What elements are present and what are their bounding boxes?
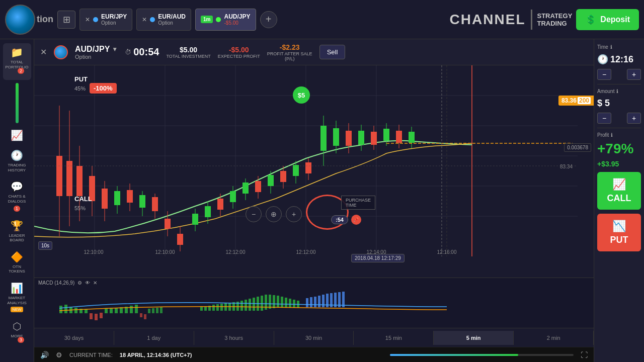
negative-100-badge: -100% [90,83,117,94]
zoom-in-button[interactable]: + [286,206,302,222]
svg-rect-15 [66,161,72,196]
brand-text: tion [37,14,53,25]
call-button[interactable]: 📈 CALL [597,172,641,210]
timestamp-badge: 2018.04.18 12:17:29 [351,254,405,262]
deposit-button[interactable]: 💲 Deposit [576,9,639,30]
svg-rect-83 [74,308,77,313]
add-tab-button[interactable]: + [260,11,277,28]
sidebar-item-portfolio[interactable]: 📁 TOTALPORTFOLIO 2 [3,43,31,80]
rp-amount-minus[interactable]: − [597,113,611,124]
svg-rect-47 [268,175,274,186]
time-2min[interactable]: 2 min [514,331,594,345]
sidebar-item-more[interactable]: ⬡ MORE 3 [3,317,31,349]
tab-eur-aud[interactable]: ✕ EUR/AUD Option [136,9,191,31]
time-30min[interactable]: 30 min [274,331,354,345]
volume-icon[interactable]: 🔊 [40,351,49,359]
svg-rect-21 [102,189,108,209]
svg-rect-119 [269,295,271,309]
chart-header: ✕ AUD/JPY ▼ Option ⏱ 00:54 $5.00 TOTAL I… [34,39,594,65]
rp-time-plus[interactable]: + [627,69,641,80]
total-investment-value: $5.00 [180,46,197,54]
progress-fill [390,354,519,356]
put-button[interactable]: 📉 PUT [597,214,641,251]
leaderboard-icon: 🏆 [11,220,23,232]
total-investment-group: $5.00 TOTAL INVESTMENT [166,46,210,59]
main-layout: 📁 TOTALPORTFOLIO 2 📈 🕐 TRADINGHISTORY 💬 … [0,39,644,362]
svg-rect-43 [243,183,249,194]
rp-time-controls: − + [597,69,641,80]
rp-time-value: 🕐 12:16 [597,54,641,65]
svg-rect-81 [64,305,67,313]
timeframe-badge: 1m [201,16,213,23]
timeframe-small-badge: 10s [38,241,52,250]
chart-body: 12:10:00 12:10:00 12:12:00 12:12:00 12:1… [34,65,594,347]
sidebar-item-history[interactable]: 🕐 TRADINGHISTORY [3,146,31,175]
svg-text:12:16:00: 12:16:00 [437,249,457,255]
price-200-label: 200 [578,97,591,104]
svg-rect-102 [200,307,203,311]
svg-rect-33 [177,234,183,245]
svg-rect-39 [217,199,223,210]
time-15min[interactable]: 15 min [354,331,434,345]
svg-rect-97 [144,314,146,319]
tab-close-1[interactable]: ✕ [85,16,90,23]
call-chart-icon: 📈 [612,178,626,191]
clock-icon: ⏱ [125,48,131,56]
svg-rect-131 [322,295,325,307]
svg-rect-88 [100,313,103,318]
sidebar-item-chat[interactable]: 💬 CHATS &DIALOGS 1 [3,177,31,214]
macd-close-icon[interactable]: ✕ [93,280,97,286]
svg-rect-17 [76,166,83,196]
fullscreen-icon[interactable]: ⛶ [581,351,588,359]
macd-settings-icon[interactable]: ⚙ [77,280,82,286]
macd-label: MACD (14,26,9) ⚙ 👁 ✕ [38,280,97,286]
sidebar-item-leaderboard[interactable]: 🏆 LEADERBOARD [3,217,31,246]
zoom-out-button[interactable]: − [246,206,262,222]
svg-rect-99 [152,308,154,313]
expected-profit-group: -$5.00 EXPECTED PROFIT [218,46,260,59]
time-3hours[interactable]: 3 hours [194,331,274,345]
rp-amount-plus[interactable]: + [627,113,641,124]
sidebar-item-otn[interactable]: 🔶 OTNTOKENS [3,248,31,277]
sidebar-item-market[interactable]: 📊 MARKETANALYSIS NEW [3,279,31,315]
market-icon: 📊 [11,282,23,294]
time-30days[interactable]: 30 days [34,331,114,345]
call-label: CALL 55% [74,194,92,212]
crosshair-button[interactable]: ⊕ [266,206,282,222]
sidebar-item-chart[interactable]: 📈 [3,126,31,144]
tab-close-2[interactable]: ✕ [142,16,147,23]
time-5min[interactable]: 5 min [434,331,514,345]
rp-divider-2 [597,128,641,128]
sell-button[interactable]: Sell [319,45,346,59]
svg-rect-65 [383,129,389,141]
macd-eye-icon[interactable]: 👁 [85,280,90,286]
tab-eur-jpy[interactable]: ✕ EUR/JPY Option [79,9,132,31]
profit-after-sale-label: PROFIT AFTER SALE(P/L) [267,51,312,61]
otn-icon: 🔶 [11,251,23,263]
progress-bar [390,354,574,356]
green-bar [16,83,19,123]
tab-name-1: EUR/JPY [101,13,127,20]
strategy-label: STRATEGY [537,12,573,20]
svg-rect-128 [310,297,312,307]
svg-rect-85 [85,309,88,313]
time-1day[interactable]: 1 day [114,331,194,345]
rp-time-minus[interactable]: − [597,69,611,80]
tab-sub-2: Option [158,20,186,26]
svg-rect-91 [115,308,118,313]
svg-rect-100 [156,308,158,313]
rp-amount-value: $ 5 [597,98,641,109]
svg-rect-35 [192,214,198,225]
tab-sub-1: Option [101,20,127,26]
tab-aud-jpy[interactable]: 1m AUD/JPY -$5.00 [195,9,256,31]
asset-info: AUD/JPY ▼ Option [75,45,118,60]
tab-sub-3: -$5.00 [224,20,250,26]
svg-text:12:10:00: 12:10:00 [84,249,104,255]
grid-button[interactable]: ⊞ [57,11,75,29]
leaderboard-label: LEADERBOARD [9,233,25,243]
chart-close-button[interactable]: ✕ [40,47,47,57]
svg-rect-127 [306,298,308,307]
svg-rect-98 [148,309,150,313]
svg-rect-101 [160,307,163,313]
settings-icon[interactable]: ⚙ [56,351,62,359]
